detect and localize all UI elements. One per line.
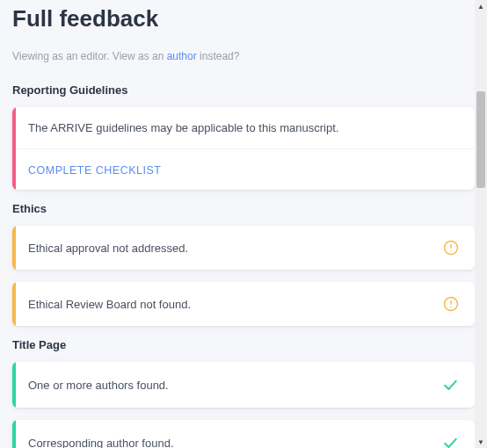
view-mode-subhead: Viewing as an editor. View as an author … <box>12 50 475 62</box>
ethics-card-1[interactable]: Ethical Review Board not found. <box>12 282 475 326</box>
check-icon <box>441 376 459 394</box>
section-title-ethics: Ethics <box>12 202 475 215</box>
card-text: Ethical approval not addressed. <box>28 242 188 255</box>
page-title: Full feedback <box>12 5 475 33</box>
section-title-titlepage: Title Page <box>12 338 475 351</box>
card-text: Corresponding author found. <box>28 437 174 449</box>
scrollbar-up-icon[interactable]: ▲ <box>475 0 487 12</box>
subhead-prefix: Viewing as an editor. View as an <box>12 50 167 62</box>
subhead-suffix: instead? <box>197 50 240 62</box>
scrollbar-track[interactable]: ▲ ▼ <box>475 0 487 448</box>
warning-icon <box>443 240 459 256</box>
main-content: Full feedback Viewing as an editor. View… <box>0 0 487 448</box>
scrollbar-down-icon[interactable]: ▼ <box>475 436 487 448</box>
card-text: The ARRIVE guidelines may be applicable … <box>28 121 338 134</box>
accent-teal <box>12 362 16 408</box>
check-icon <box>441 434 459 448</box>
accent-teal <box>12 420 16 448</box>
warning-icon <box>443 296 459 312</box>
accent-orange <box>12 226 16 270</box>
author-link[interactable]: author <box>167 50 197 62</box>
titlepage-card-1[interactable]: Corresponding author found. <box>12 420 475 448</box>
card-body: Ethical approval not addressed. <box>12 226 475 270</box>
accent-orange <box>12 282 16 326</box>
section-title-reporting: Reporting Guidelines <box>12 83 475 97</box>
accent-pink <box>12 107 16 190</box>
card-body: One or more authors found. <box>12 362 475 408</box>
reporting-card[interactable]: The ARRIVE guidelines may be applicable … <box>12 107 475 190</box>
ethics-card-0[interactable]: Ethical approval not addressed. <box>12 226 475 270</box>
svg-point-5 <box>450 307 452 308</box>
card-action: COMPLETE CHECKLIST <box>12 149 475 190</box>
svg-point-2 <box>450 250 452 252</box>
card-body: Corresponding author found. <box>12 420 475 448</box>
card-text: Ethical Review Board not found. <box>28 298 191 311</box>
card-text: One or more authors found. <box>28 379 169 392</box>
complete-checklist-link[interactable]: COMPLETE CHECKLIST <box>28 164 161 177</box>
card-body: Ethical Review Board not found. <box>12 282 475 326</box>
scrollbar-thumb[interactable] <box>476 91 485 188</box>
card-body: The ARRIVE guidelines may be applicable … <box>12 107 475 148</box>
titlepage-card-0[interactable]: One or more authors found. <box>12 362 475 408</box>
